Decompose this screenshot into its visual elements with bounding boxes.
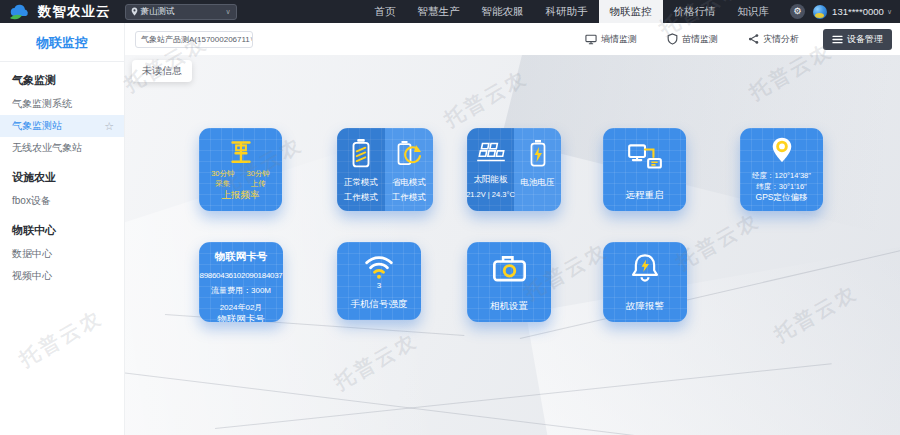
user-phone-number[interactable]: 131****0000 — [832, 6, 884, 17]
nav-item-research-assistant[interactable]: 科研助手 — [535, 0, 599, 23]
battery-refresh-icon — [396, 138, 423, 168]
sidebar-title: 物联监控 — [0, 34, 124, 52]
mode-name: 正常模式 — [344, 177, 378, 189]
collect-interval-label: 采集 — [215, 179, 230, 189]
unread-messages-badge[interactable]: 未读信息 — [132, 60, 192, 82]
collect-interval-value: 30分钟 — [211, 169, 234, 179]
sidebar-item-fbox-device[interactable]: fbox设备 — [0, 190, 124, 212]
mode-sub: 工作模式 — [344, 192, 378, 204]
sidebar-item-wireless-weather-station[interactable]: 无线农业气象站 — [0, 137, 124, 159]
battery-bolt-icon — [529, 138, 547, 168]
solar-panel-section[interactable]: 太阳能板 21.2V | 24.3°C — [467, 128, 514, 211]
location-select[interactable]: 萧山测试 ∨ — [125, 4, 237, 20]
soil-moisture-monitoring-button[interactable]: 墒情监测 — [579, 30, 643, 49]
card-report-frequency[interactable]: 30分钟 采集 30分钟 上传 上报频率 — [199, 128, 282, 211]
nav-item-price-quotes[interactable]: 价格行情 — [663, 0, 727, 23]
upload-interval-label: 上传 — [251, 179, 266, 189]
solar-panel-label: 太阳能板 — [474, 174, 508, 186]
app-window: 数智农业云 萧山测试 ∨ 首页 智慧生产 智能农服 科研助手 物联监控 价格行情… — [0, 0, 900, 435]
iot-card-title: 物联网卡号 — [215, 250, 268, 264]
menu-icon — [832, 35, 843, 44]
sidebar-section-iot-center: 物联中心 — [0, 212, 124, 243]
sidebar-item-video-center[interactable]: 视频中心 — [0, 265, 124, 287]
work-mode-eco[interactable]: 省电模式 工作模式 — [385, 128, 433, 211]
background-floor-line — [215, 363, 832, 429]
sidebar-section-weather: 气象监测 — [0, 62, 124, 93]
user-avatar[interactable] — [813, 5, 827, 19]
map-pin-icon — [131, 7, 138, 16]
background-floor-line — [125, 370, 641, 435]
solar-panel-value: 21.2V | 24.3°C — [467, 190, 515, 199]
user-menu-chevron-down-icon[interactable]: ∨ — [887, 8, 892, 16]
chevron-down-icon: ∨ — [225, 8, 230, 16]
share-analysis-icon — [748, 33, 759, 45]
settings-button[interactable]: ⚙ — [790, 4, 805, 19]
card-title: 物联网卡号 — [217, 313, 265, 322]
upload-interval-value: 30分钟 — [247, 169, 270, 179]
app-title: 数智农业云 — [38, 3, 111, 21]
mode-name: 省电模式 — [392, 177, 426, 189]
sidebar-item-weather-system[interactable]: 气象监测系统 — [0, 93, 124, 115]
card-title: 相机设置 — [490, 300, 528, 313]
battery-icon — [350, 138, 372, 168]
iot-card-number: 89860436102090184037 — [200, 271, 283, 280]
solar-panel-icon — [474, 140, 508, 165]
toolbar-buttons: 墒情监测 苗情监测 灾情分析 — [579, 29, 892, 50]
background-floor-line — [520, 235, 900, 339]
gear-icon: ⚙ — [794, 7, 802, 16]
report-frequency-values: 30分钟 采集 30分钟 上传 — [211, 169, 270, 189]
camera-icon — [492, 254, 527, 283]
content-toolbar: 气象站产品测A(157000206711 ∨ 墒情监测 苗情监测 — [125, 23, 900, 55]
seedling-monitoring-button[interactable]: 苗情监测 — [661, 30, 724, 49]
data-usage: 流量费用：300M — [211, 285, 271, 296]
weather-station-icon — [226, 137, 256, 166]
main-nav: 首页 智慧生产 智能农服 科研助手 物联监控 价格行情 知识库 — [364, 0, 781, 23]
battery-voltage-label: 电池电压 — [521, 177, 555, 189]
nav-item-iot-monitoring[interactable]: 物联监控 — [599, 0, 663, 23]
card-signal-strength[interactable]: 3 手机信号强度 — [337, 242, 421, 320]
mode-sub: 工作模式 — [392, 192, 426, 204]
card-camera-settings[interactable]: 相机设置 — [467, 242, 551, 322]
top-navbar: 数智农业云 萧山测试 ∨ 首页 智慧生产 智能农服 科研助手 物联监控 价格行情… — [0, 0, 900, 23]
location-select-value: 萧山测试 — [141, 6, 175, 18]
latitude-value: 纬度：30°1'16" — [752, 181, 811, 192]
monitor-icon — [585, 34, 597, 45]
background-shape — [526, 240, 900, 435]
chevron-down-icon: ∨ — [250, 35, 253, 43]
signal-value: 3 — [377, 281, 381, 290]
sidebar: 物联监控 气象监测 气象监测系统 气象监测站 ☆ 无线农业气象站 设施农业 fb… — [0, 23, 125, 435]
nav-item-smart-production[interactable]: 智慧生产 — [407, 0, 471, 23]
device-panel-canvas: 未读信息 30分钟 采集 30分钟 上传 上报频率 — [125, 55, 900, 435]
shield-icon — [667, 33, 678, 45]
card-work-mode: 正常模式 工作模式 省电模式 工作模式 — [337, 128, 433, 211]
sidebar-item-weather-station[interactable]: 气象监测站 ☆ — [0, 115, 124, 137]
favorite-star-icon[interactable]: ☆ — [104, 121, 114, 132]
device-select[interactable]: 气象站产品测A(157000206711 ∨ — [135, 31, 253, 48]
remote-computers-icon — [626, 142, 664, 174]
sidebar-item-data-center[interactable]: 数据中心 — [0, 243, 124, 265]
card-power-status: 太阳能板 21.2V | 24.3°C 电池电压 — [467, 128, 561, 211]
battery-voltage-section[interactable]: 电池电压 — [514, 128, 561, 211]
device-select-value: 气象站产品测A(157000206711 — [141, 34, 250, 45]
nav-item-smart-agri-service[interactable]: 智能农服 — [471, 0, 535, 23]
nav-item-home[interactable]: 首页 — [364, 0, 407, 23]
card-title: 远程重启 — [626, 189, 664, 202]
card-title: GPS定位偏移 — [756, 192, 808, 204]
brand-logo-cloud-icon — [8, 3, 32, 20]
card-gps-location[interactable]: 经度：120°14'38" 纬度：30°1'16" GPS定位偏移 — [740, 128, 823, 211]
card-title: 上报频率 — [222, 189, 260, 202]
wifi-signal-icon — [363, 252, 395, 279]
billing-month: 2024年02月 — [220, 302, 263, 313]
device-management-button[interactable]: 设备管理 — [823, 29, 892, 50]
work-mode-normal[interactable]: 正常模式 工作模式 — [337, 128, 385, 211]
sidebar-section-facility-agriculture: 设施农业 — [0, 159, 124, 190]
card-remote-restart[interactable]: 远程重启 — [603, 128, 686, 211]
gps-coordinates: 经度：120°14'38" 纬度：30°1'16" — [752, 170, 811, 192]
nav-item-knowledge-base[interactable]: 知识库 — [727, 0, 781, 23]
card-fault-alarm[interactable]: 故障报警 — [603, 242, 687, 322]
card-title: 手机信号强度 — [351, 298, 408, 311]
alarm-bell-icon — [630, 252, 660, 284]
card-iot-sim[interactable]: 物联网卡号 89860436102090184037 流量费用：300M 202… — [199, 242, 283, 322]
card-title: 故障报警 — [626, 300, 664, 313]
disaster-analysis-button[interactable]: 灾情分析 — [742, 30, 805, 49]
